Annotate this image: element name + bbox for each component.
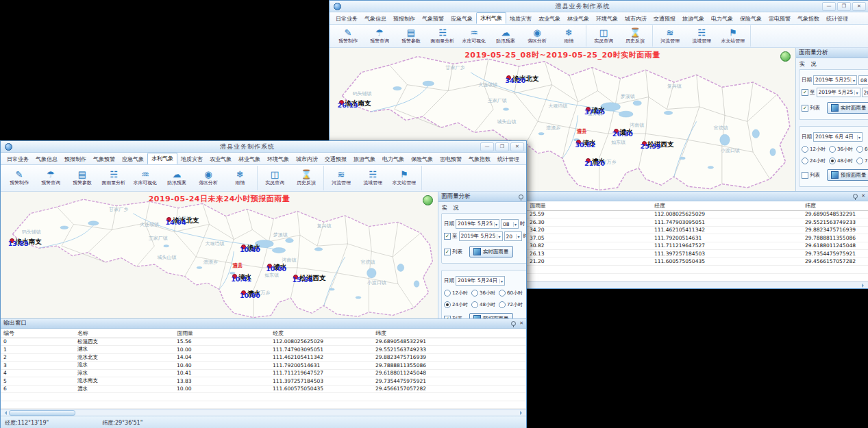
warning-create-button[interactable]: ✎预警制作 <box>332 25 364 47</box>
live-hour-select[interactable]: 08▾ <box>858 75 868 85</box>
scrollbar-thumb[interactable] <box>9 410 75 416</box>
menu-tab[interactable]: 气象指数 <box>465 154 494 164</box>
menu-tab[interactable]: 旅游气象 <box>679 14 708 24</box>
table-row[interactable]: 4漳水10.41111.71121964752729.6188011245048 <box>1 370 526 378</box>
scroll-right-icon[interactable] <box>520 411 524 415</box>
list-checkbox[interactable]: ✓ <box>802 105 808 112</box>
forecast-date-select[interactable]: 2019年 5月24日▾ <box>456 276 505 286</box>
column-header[interactable]: 名称 <box>75 329 174 337</box>
menu-tab[interactable]: 雷电预警 <box>765 14 794 24</box>
duration-radio[interactable]: 36小时 <box>829 146 856 153</box>
duration-radio[interactable]: 12小时 <box>444 290 471 297</box>
title-bar[interactable]: 澧县业务制作系统 — ❐ ✕ <box>330 1 868 12</box>
column-header[interactable]: 纬度 <box>802 202 868 210</box>
close-button[interactable]: ✕ <box>510 142 524 151</box>
menu-tab[interactable]: 统计管理 <box>823 14 852 24</box>
close-icon[interactable]: ✕ <box>861 193 865 199</box>
warning-params-button[interactable]: ▤预警参数 <box>395 25 427 47</box>
maximize-button[interactable]: ❐ <box>837 2 851 11</box>
river-management-button[interactable]: ≋河流管理 <box>325 166 357 190</box>
menu-tab[interactable]: 应急气象 <box>119 154 147 164</box>
live-query-button[interactable]: ◫实况查询 <box>588 25 619 47</box>
warning-query-button[interactable]: ☂预警查询 <box>364 25 395 47</box>
duration-radio[interactable]: 36小时 <box>471 290 499 297</box>
column-header[interactable]: 纬度 <box>373 329 526 337</box>
duration-radio[interactable]: 48小时 <box>471 301 499 308</box>
to-checkbox[interactable]: ✓ <box>802 89 808 96</box>
history-review-button[interactable]: ⌛历史反演 <box>619 25 651 47</box>
menu-tab[interactable]: 气象预警 <box>90 154 119 164</box>
map-area[interactable]: 2019-05-24日未来24小时预报面雨量 甘家厂乡金罗镇火连坡镇码头铺镇王家… <box>1 192 438 318</box>
basin-management-button[interactable]: ☵流域管理 <box>357 166 388 190</box>
menu-tab[interactable]: 预报制作 <box>61 154 90 164</box>
menu-tab[interactable]: 日常业务 <box>332 14 361 24</box>
live-to-hour-select[interactable]: 20▾ <box>862 88 868 97</box>
live-hour-select[interactable]: 08▾ <box>501 219 519 229</box>
duration-radio[interactable]: 24小时 <box>444 301 471 308</box>
pin-icon[interactable] <box>511 321 516 326</box>
duration-radio[interactable]: 60小时 <box>499 290 526 297</box>
map-locate-button[interactable] <box>423 195 433 205</box>
close-icon[interactable]: ✕ <box>519 320 523 326</box>
menu-tab[interactable]: 农业气象 <box>206 154 235 164</box>
menu-tab[interactable]: 旅游气象 <box>350 154 379 164</box>
warning-params-button[interactable]: ▤预警参数 <box>66 166 98 190</box>
column-header[interactable]: 经度 <box>652 202 802 210</box>
menu-tab[interactable]: 统计管理 <box>494 154 523 164</box>
menu-tab[interactable]: 气象指数 <box>794 14 823 24</box>
live-to-hour-select[interactable]: 20▾ <box>504 231 522 241</box>
reservoir-visual-button[interactable]: ♒水库可视化 <box>458 25 490 47</box>
menu-tab[interactable]: 气象信息 <box>32 154 61 164</box>
scroll-left-icon[interactable] <box>3 411 7 415</box>
flood-plan-button[interactable]: ☁防汛预案 <box>490 25 521 47</box>
menu-tab[interactable]: 环境气象 <box>593 14 621 24</box>
menu-tab[interactable]: 电力气象 <box>379 154 408 164</box>
hydrostation-management-button[interactable]: ⚑水文站管理 <box>388 166 420 190</box>
list-checkbox[interactable] <box>802 172 808 179</box>
area-rainfall-analysis-button[interactable]: ☵面雨量分析 <box>427 25 458 47</box>
duration-radio[interactable]: 12小时 <box>802 146 829 153</box>
forecast-rainfall-button[interactable]: 预报面雨量 <box>827 169 868 181</box>
to-checkbox[interactable]: ✓ <box>444 233 451 240</box>
pin-icon[interactable] <box>853 194 858 199</box>
live-to-date-select[interactable]: 2019年 5月25日▾ <box>459 231 503 241</box>
pin-icon[interactable] <box>519 194 523 199</box>
menu-tab[interactable]: 林业气象 <box>564 14 593 24</box>
duration-radio[interactable]: 48小时 <box>829 158 856 164</box>
forecast-date-select[interactable]: 2019年 6月 4日▾ <box>813 132 863 142</box>
menu-tab[interactable]: 保险气象 <box>736 14 765 24</box>
minimize-button[interactable]: — <box>480 142 494 151</box>
realtime-rainfall-button[interactable]: 实时面雨量 <box>827 102 868 114</box>
table-row[interactable]: 1湕水10.00111.74790309505129.5521563749233 <box>1 346 526 354</box>
zone-analysis-button[interactable]: ◉落区分析 <box>193 166 224 190</box>
live-query-button[interactable]: ◫实况查询 <box>259 166 290 190</box>
horizontal-scrollbar[interactable] <box>1 409 526 416</box>
duration-radio[interactable]: 24小时 <box>802 158 829 164</box>
table-row[interactable]: 6澧水10.00111.60057505043529.4566157057282 <box>1 386 526 394</box>
menu-tab[interactable]: 地质灾害 <box>177 154 206 164</box>
column-header[interactable]: 编号 <box>1 329 75 337</box>
duration-radio[interactable]: 60小时 <box>856 146 868 153</box>
live-date-select[interactable]: 2019年 5月25日▾ <box>813 75 857 85</box>
menu-tab[interactable]: 城市内涝 <box>293 154 321 164</box>
table-row[interactable]: 0松滋西支15.56112.00802562502929.68905485322… <box>1 338 526 347</box>
realtime-rainfall-button[interactable]: 实时面雨量 <box>469 246 513 257</box>
list-checkbox[interactable]: ✓ <box>444 249 451 255</box>
live-to-date-select[interactable]: 2019年 5月25日▾ <box>817 88 860 97</box>
menu-tab[interactable]: 水利气象 <box>147 153 177 164</box>
maximize-button[interactable]: ❐ <box>495 142 509 151</box>
hydrostation-management-button[interactable]: ⚑水文站管理 <box>717 25 749 47</box>
menu-tab[interactable]: 雷电预警 <box>436 154 465 164</box>
rain-info-button[interactable]: ❄雨情 <box>553 25 584 47</box>
live-date-select[interactable]: 2019年 5月25日▾ <box>456 219 499 229</box>
river-management-button[interactable]: ≋河流管理 <box>654 25 686 47</box>
zone-analysis-button[interactable]: ◉落区分析 <box>521 25 553 47</box>
table-row[interactable]: 2洈水北支14.04111.46210541134229.88234757169… <box>1 354 526 362</box>
menu-tab[interactable]: 应急气象 <box>447 14 476 24</box>
title-bar[interactable]: 澧县业务制作系统 — ❐ ✕ <box>1 141 526 153</box>
menu-tab[interactable]: 水利气象 <box>476 12 506 24</box>
menu-tab[interactable]: 交通预报 <box>650 14 679 24</box>
menu-tab[interactable]: 日常业务 <box>3 154 32 164</box>
duration-radio[interactable]: 72小时 <box>856 158 868 164</box>
menu-tab[interactable]: 气象预警 <box>419 14 447 24</box>
